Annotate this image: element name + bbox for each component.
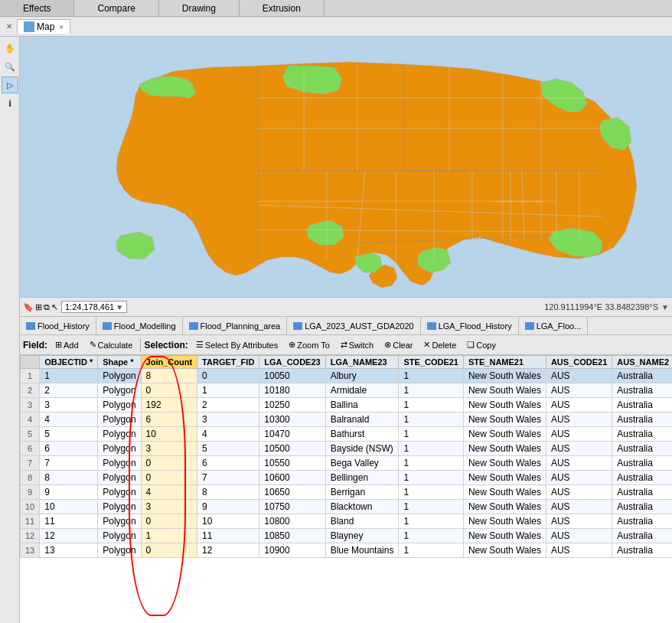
table-cell: AUS: [546, 485, 612, 500]
select-button[interactable]: ▷: [2, 77, 18, 93]
table-cell: 4: [40, 413, 98, 427]
tab-effects-label: Effects: [23, 3, 51, 14]
table-cell: 7: [40, 456, 98, 471]
table-cell: Polygon: [98, 485, 141, 500]
copy-button[interactable]: ❑ Copy: [462, 338, 501, 351]
select-by-attributes-button[interactable]: ☰ Select By Attributes: [191, 338, 282, 351]
map-view[interactable]: [20, 37, 672, 297]
col-header-aus-name2[interactable]: AUS_NAME2: [612, 356, 672, 369]
col-header-sort[interactable]: [21, 356, 40, 369]
table-row[interactable]: 1313Polygon01210900Blue Mountains1New So…: [21, 543, 673, 558]
delete-button[interactable]: ✕ Delete: [419, 338, 461, 351]
table-cell: New South Wales: [463, 514, 546, 529]
table-cell: 3: [141, 442, 197, 456]
table-cell: Polygon: [98, 471, 141, 485]
table-row[interactable]: 1212Polygon11110850Blayney1New South Wal…: [21, 529, 673, 543]
col-header-lga-code23[interactable]: LGA_CODE23: [259, 356, 325, 369]
table-cell: 1: [399, 514, 464, 529]
table-row[interactable]: 1010Polygon3910750Blacktown1New South Wa…: [21, 500, 673, 514]
zoom-to-button[interactable]: ⊕ Zoom To: [284, 338, 334, 351]
layer-icon-flood-planning: [189, 322, 198, 330]
layer-tab-flood-history[interactable]: Flood_History: [20, 317, 96, 334]
layer-tab-flood-planning-label: Flood_Planning_area: [201, 321, 281, 331]
table-row[interactable]: 55Polygon10410470Bathurst1New South Wale…: [21, 427, 673, 442]
clear-button[interactable]: ⊗ Clear: [380, 338, 417, 351]
scale-dropdown-icon[interactable]: ▼: [116, 303, 123, 312]
table-cell: 1: [399, 369, 464, 383]
select-attr-icon: ☰: [196, 340, 204, 350]
col-header-lga-name23[interactable]: LGA_NAME23: [325, 356, 399, 369]
col-header-ste-code21[interactable]: STE_CODE21: [399, 356, 464, 369]
zoom-in-button[interactable]: 🔍: [2, 58, 18, 75]
tab-extrusion-label: Extrusion: [263, 3, 301, 14]
col-header-join-count[interactable]: Join_Count: [141, 356, 197, 369]
identify-button[interactable]: ℹ: [2, 95, 18, 112]
table-row[interactable]: 33Polygon192210250Ballina1New South Wale…: [21, 398, 673, 413]
map-tab-close-button[interactable]: ×: [59, 23, 64, 31]
pan-tool-button[interactable]: ✋: [2, 40, 18, 57]
layer-tab-flood-planning[interactable]: Flood_Planning_area: [183, 317, 288, 334]
col-header-shape[interactable]: Shape *: [98, 356, 141, 369]
table-cell: Australia: [612, 529, 672, 543]
table-cell: Australia: [612, 383, 672, 398]
table-cell: Australia: [612, 413, 672, 427]
calculate-label: Calculate: [98, 341, 133, 350]
table-cell: 10500: [259, 442, 325, 456]
table-cell: 0: [141, 543, 197, 558]
table-cell: New South Wales: [463, 442, 546, 456]
col-header-target-fid[interactable]: TARGET_FID: [197, 356, 259, 369]
table-cell: 1: [40, 369, 98, 383]
layer-tab-flood-history-label: Flood_History: [38, 321, 90, 331]
layer-tab-lga-2023[interactable]: LGA_2023_AUST_GDA2020: [287, 317, 420, 334]
tab-extrusion[interactable]: Extrusion: [240, 0, 325, 16]
tab-effects[interactable]: Effects: [0, 0, 74, 16]
table-row[interactable]: 77Polygon0610550Bega Valley1New South Wa…: [21, 456, 673, 471]
table-row[interactable]: 66Polygon3510500Bayside (NSW)1New South …: [21, 442, 673, 456]
add-field-button[interactable]: ⊞ Add: [51, 338, 83, 351]
table-cell: 11: [40, 514, 98, 529]
table-row[interactable]: 44Polygon6310300Balranald1New South Wale…: [21, 413, 673, 427]
table-cell: 3: [40, 398, 98, 413]
table-cell: 1: [399, 500, 464, 514]
table-cell: 10: [40, 500, 98, 514]
table-row[interactable]: 1111Polygon01010800Bland1New South Wales…: [21, 514, 673, 529]
table-row[interactable]: 11Polygon8010050Albury1New South WalesAU…: [21, 369, 673, 383]
layer-tab-lga-flood-history[interactable]: LGA_Flood_History: [421, 317, 519, 334]
table-cell: 1: [399, 442, 464, 456]
calculate-button[interactable]: ✎ Calculate: [85, 338, 138, 351]
table-cell: New South Wales: [463, 471, 546, 485]
col-header-aus-code21[interactable]: AUS_CODE21: [546, 356, 612, 369]
toolbar-separator-1: [140, 338, 141, 352]
table-cell: AUS: [546, 514, 612, 529]
table-cell: 10: [141, 427, 197, 442]
col-header-objectid[interactable]: OBJECTID *: [40, 356, 98, 369]
table-cell: Polygon: [98, 369, 141, 383]
table-cell: Blue Mountains: [325, 543, 399, 558]
select-by-attr-label: Select By Attributes: [205, 341, 278, 350]
map-tab[interactable]: Map ×: [17, 19, 70, 34]
table-cell: AUS: [546, 529, 612, 543]
table-cell: AUS: [546, 383, 612, 398]
tab-drawing[interactable]: Drawing: [159, 0, 240, 16]
table-cell: 11: [197, 529, 259, 543]
tab-compare[interactable]: Compare: [74, 0, 158, 16]
table-row[interactable]: 88Polygon0710600Bellingen1New South Wale…: [21, 471, 673, 485]
table-cell: Australia: [612, 369, 672, 383]
zoom-to-label: Zoom To: [297, 341, 330, 350]
switch-button[interactable]: ⇄ Switch: [336, 338, 378, 351]
layer-tab-flood-modelling[interactable]: Flood_Modelling: [96, 317, 183, 334]
attribute-table[interactable]: OBJECTID * Shape * Join_Count TARGET_FID…: [20, 355, 672, 623]
table-cell: 3: [197, 413, 259, 427]
table-row[interactable]: 22Polygon0110180Armidale1New South Wales…: [21, 383, 673, 398]
copy-icon: ❑: [467, 340, 475, 350]
scale-box[interactable]: 1:24,178,461 ▼: [61, 301, 127, 313]
close-panel-button[interactable]: ✕: [3, 21, 15, 33]
layer-tab-lga-floo[interactable]: LGA_Floo...: [519, 317, 589, 334]
coord-dropdown-icon[interactable]: ▼: [661, 303, 669, 312]
col-header-ste-name21[interactable]: STE_NAME21: [463, 356, 546, 369]
table-cell: 192: [141, 398, 197, 413]
table-cell: Polygon: [98, 456, 141, 471]
table-row[interactable]: 99Polygon4810650Berrigan1New South Wales…: [21, 485, 673, 500]
table-cell: Australia: [612, 442, 672, 456]
table-cell: Berrigan: [325, 485, 399, 500]
